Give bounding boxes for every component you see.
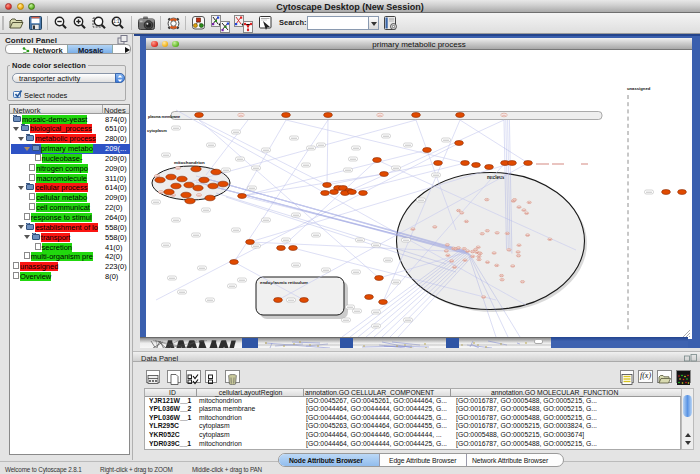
svg-text:endoplasmic reticulum: endoplasmic reticulum xyxy=(260,280,308,285)
svg-text:cytoplasm: cytoplasm xyxy=(147,128,167,133)
svg-text:unassigned: unassigned xyxy=(627,86,651,91)
svg-text:1:1: 1:1 xyxy=(113,19,120,24)
svg-text:mitochondrion: mitochondrion xyxy=(174,160,205,165)
svg-text:plasma membrane: plasma membrane xyxy=(148,115,180,119)
